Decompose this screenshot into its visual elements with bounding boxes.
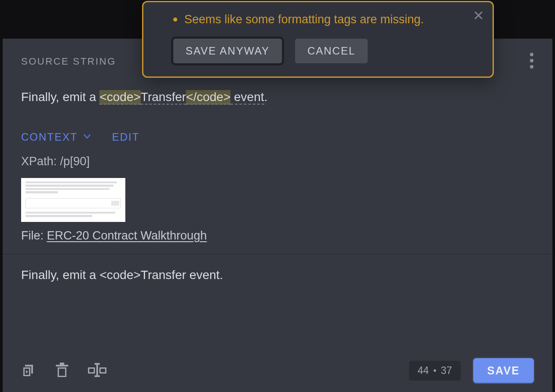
chevron-down-icon [83, 134, 91, 140]
count-left: 44 [418, 365, 429, 377]
file-row: File: ERC-20 Contract Walkthrough [21, 229, 534, 243]
close-icon[interactable] [474, 11, 483, 20]
character-counter: 44 • 37 [409, 361, 461, 381]
file-link[interactable]: ERC-20 Contract Walkthrough [47, 229, 207, 242]
translation-section: Finally, emit a <code>Transfer event. 44… [3, 254, 552, 392]
context-label: CONTEXT [21, 131, 78, 143]
svg-point-1 [530, 59, 533, 62]
source-text-period: . [264, 90, 268, 104]
xpath-label: XPath: [21, 155, 60, 168]
delete-icon[interactable] [55, 361, 69, 381]
context-toggle[interactable]: CONTEXT [21, 131, 91, 143]
editor-panel: SOURCE STRING Finally, emit a <code>Tran… [3, 39, 552, 392]
file-label: File: [21, 229, 47, 242]
edit-link[interactable]: EDIT [112, 131, 140, 143]
count-right: 37 [441, 365, 452, 377]
formatting-warning-modal: Seems like some formatting tags are miss… [142, 1, 494, 78]
save-anyway-button[interactable]: SAVE ANYWAY [173, 39, 282, 63]
svg-point-0 [530, 53, 533, 56]
source-text-inner: Transfer [141, 90, 186, 105]
source-text-post: event [230, 90, 264, 105]
count-sep: • [433, 366, 436, 376]
source-string-text: Finally, emit a <code>Transfer</code> ev… [21, 89, 534, 105]
xpath-row: XPath: /p[90] [21, 155, 534, 168]
source-string-label: SOURCE STRING [21, 56, 116, 67]
warning-message: Seems like some formatting tags are miss… [184, 12, 424, 27]
warning-bullet-icon [173, 18, 177, 22]
svg-point-2 [530, 65, 533, 69]
cancel-button[interactable]: CANCEL [295, 39, 368, 63]
save-button[interactable]: SAVE [473, 358, 534, 383]
copy-source-icon[interactable] [21, 362, 37, 380]
xpath-value: /p[90] [60, 155, 90, 168]
text-cursor-icon[interactable] [87, 362, 107, 380]
more-options-icon[interactable] [529, 52, 534, 71]
source-text-pre: Finally, emit a [21, 90, 99, 104]
translation-textarea[interactable]: Finally, emit a <code>Transfer event. [21, 267, 534, 350]
translation-toolbar: 44 • 37 SAVE [21, 350, 534, 383]
close-code-tag: </code> [186, 90, 230, 105]
open-code-tag: <code> [99, 90, 140, 105]
context-screenshot-thumbnail[interactable] [21, 178, 125, 222]
